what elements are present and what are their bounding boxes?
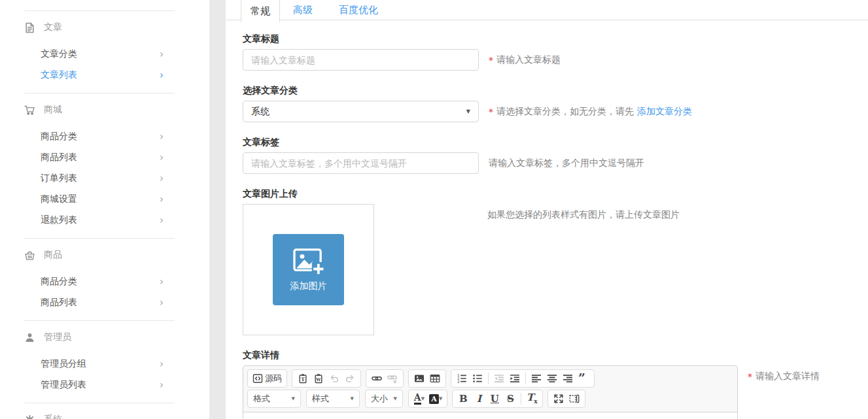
sidebar-item-文章分类[interactable]: 文章分类› bbox=[41, 44, 164, 65]
sidebar-item-商城设置[interactable]: 商城设置› bbox=[41, 189, 164, 210]
chevron-right-icon: › bbox=[160, 132, 164, 142]
show-blocks-button[interactable] bbox=[566, 391, 582, 407]
chevron-right-icon: › bbox=[160, 50, 164, 59]
chevron-right-icon: › bbox=[160, 216, 164, 226]
article-detail-label: 文章详情 bbox=[243, 350, 868, 361]
align-right-button[interactable] bbox=[560, 371, 576, 386]
bold-button[interactable]: B bbox=[455, 391, 471, 407]
unlink-button[interactable] bbox=[385, 371, 400, 386]
paste-from-word-button[interactable]: W bbox=[311, 371, 326, 386]
sidebar-item-label: 管理员分组 bbox=[41, 358, 86, 370]
text-color-button[interactable]: A▼ bbox=[411, 391, 427, 407]
outdent-button[interactable] bbox=[491, 371, 507, 386]
sidebar-item-退款列表[interactable]: 退款列表› bbox=[41, 210, 164, 231]
sidebar-item-label: 退款列表 bbox=[41, 214, 77, 226]
align-left-button[interactable] bbox=[529, 371, 544, 386]
ordered-list-icon: 123 bbox=[457, 373, 467, 384]
remove-format-button[interactable]: Tx bbox=[524, 391, 540, 407]
svg-text:3: 3 bbox=[457, 380, 460, 384]
format-select[interactable]: 格式▼ bbox=[247, 390, 301, 408]
sidebar-item-商品列表[interactable]: 商品列表› bbox=[41, 147, 164, 168]
style-select[interactable]: 样式▼ bbox=[306, 390, 360, 408]
toolbar-group bbox=[366, 369, 404, 388]
article-tags-input[interactable] bbox=[243, 152, 479, 174]
toolbar-group: A▼A▼ bbox=[408, 390, 447, 408]
background-color-button[interactable]: A▼ bbox=[427, 391, 444, 407]
toolbar-row: 源码TW123” bbox=[247, 369, 733, 388]
indent-button[interactable] bbox=[507, 371, 523, 386]
article-image-label: 文章图片上传 bbox=[243, 188, 868, 200]
toolbar-group: BIUSTx bbox=[452, 390, 543, 408]
strikethrough-button[interactable]: S bbox=[502, 391, 518, 407]
sidebar-item-订单列表[interactable]: 订单列表› bbox=[41, 168, 164, 189]
outdent-icon bbox=[494, 373, 504, 384]
toolbar-group bbox=[408, 369, 446, 388]
size-select[interactable]: 大小▼ bbox=[365, 390, 403, 408]
sidebar-section-header-1: 商城 bbox=[0, 93, 209, 126]
required-asterisk: * bbox=[489, 107, 493, 117]
tab-常规[interactable]: 常规 bbox=[241, 0, 280, 22]
toolbar-separator bbox=[521, 393, 521, 405]
source-button[interactable]: 源码 bbox=[251, 371, 284, 386]
field-article-detail: 文章详情 源码TW123”格式▼样式▼大小▼A▼A▼BIUSTx * 请输入文章… bbox=[243, 350, 868, 419]
cart-icon bbox=[24, 105, 35, 116]
toolbar-separator bbox=[525, 373, 526, 384]
ordered-list-button[interactable]: 123 bbox=[454, 371, 470, 386]
sidebar-item-商品分类[interactable]: 商品分类› bbox=[41, 271, 164, 292]
underline-button[interactable]: U bbox=[487, 391, 502, 407]
image-icon bbox=[414, 373, 425, 384]
article-category-selected-value: 系统 bbox=[251, 106, 269, 118]
editor-content-area[interactable] bbox=[243, 412, 737, 419]
tab-百度优化[interactable]: 百度优化 bbox=[326, 0, 391, 20]
undo-button[interactable] bbox=[326, 371, 342, 386]
article-title-input[interactable] bbox=[243, 49, 479, 71]
table-icon bbox=[430, 373, 440, 384]
align-center-button[interactable] bbox=[544, 371, 560, 386]
add-image-button[interactable]: 添加图片 bbox=[273, 234, 344, 305]
sidebar-item-商品分类[interactable]: 商品分类› bbox=[41, 126, 164, 147]
svg-text:”: ” bbox=[578, 373, 585, 384]
sidebar-item-文章列表[interactable]: 文章列表› bbox=[41, 65, 164, 86]
unordered-list-button[interactable] bbox=[470, 371, 485, 386]
chevron-right-icon: › bbox=[160, 195, 164, 205]
italic-button[interactable]: I bbox=[471, 391, 487, 407]
sidebar-item-label: 商品列表 bbox=[41, 297, 77, 309]
insert-table-button[interactable] bbox=[427, 371, 443, 386]
indent-icon bbox=[510, 373, 520, 384]
sidebar-content-divider bbox=[209, 0, 226, 419]
blockquote-button[interactable]: ” bbox=[576, 371, 591, 386]
required-asterisk: * bbox=[489, 55, 493, 65]
chevron-right-icon: › bbox=[160, 298, 164, 308]
gear-icon bbox=[24, 414, 35, 419]
toolbar-group: 源码 bbox=[247, 369, 287, 388]
article-category-label: 选择文章分类 bbox=[243, 85, 868, 97]
sidebar-section-label: 管理员 bbox=[44, 331, 71, 343]
editor-toolbar: 源码TW123”格式▼样式▼大小▼A▼A▼BIUSTx bbox=[243, 366, 737, 412]
sidebar-item-管理员列表[interactable]: 管理员列表› bbox=[41, 375, 164, 395]
article-image-hint-text: 如果您选择的列表样式有图片，请上传文章图片 bbox=[487, 209, 680, 221]
link-button[interactable] bbox=[369, 371, 385, 386]
article-icon bbox=[24, 22, 35, 33]
add-category-link[interactable]: 添加文章分类 bbox=[637, 106, 692, 118]
tab-高级[interactable]: 高级 bbox=[280, 0, 326, 20]
bold-icon: B bbox=[459, 394, 468, 404]
sidebar-item-商品列表[interactable]: 商品列表› bbox=[41, 292, 164, 313]
toolbar-group: 123” bbox=[451, 369, 595, 388]
align-left-icon bbox=[531, 373, 542, 384]
select-caret-icon: ▼ bbox=[466, 109, 470, 114]
dropdown-caret-icon: ▼ bbox=[292, 396, 295, 401]
sidebar-item-label: 商城设置 bbox=[41, 193, 77, 205]
paste-as-text-button[interactable]: T bbox=[295, 371, 311, 386]
maximize-button[interactable] bbox=[551, 391, 566, 407]
sidebar: 文章文章分类›文章列表›商城商品分类›商品列表›订单列表›商城设置›退款列表›商… bbox=[0, 0, 209, 419]
sidebar-item-管理员分组[interactable]: 管理员分组› bbox=[41, 354, 164, 375]
insert-image-button[interactable] bbox=[411, 371, 427, 386]
basket-icon bbox=[24, 250, 35, 261]
sidebar-item-label: 订单列表 bbox=[41, 173, 77, 184]
strikethrough-icon: S bbox=[507, 394, 514, 404]
sidebar-item-label: 管理员列表 bbox=[41, 379, 86, 391]
article-category-select[interactable]: 系统 ▼ bbox=[243, 101, 479, 122]
tab-bar: 常规高级百度优化 bbox=[226, 0, 868, 20]
source-icon bbox=[252, 373, 263, 384]
redo-button[interactable] bbox=[342, 371, 358, 386]
